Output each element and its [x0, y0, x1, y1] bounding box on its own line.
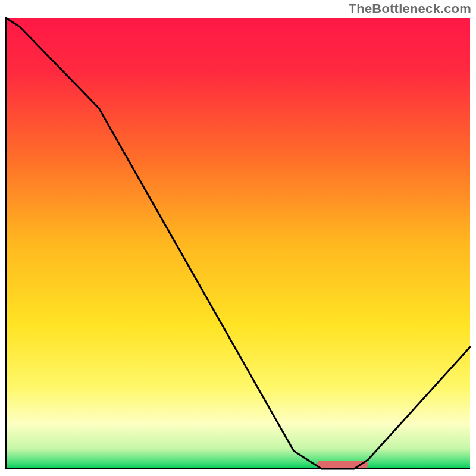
watermark-text: TheBottleneck.com — [349, 1, 471, 17]
plot-background — [6, 18, 470, 469]
bottleneck-chart: TheBottleneck.com — [0, 0, 476, 476]
chart-svg — [0, 0, 476, 476]
